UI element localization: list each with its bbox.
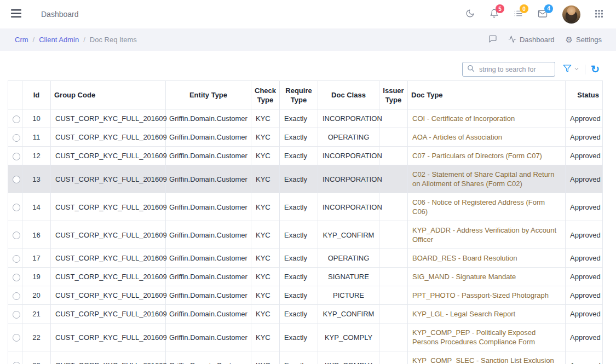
- cell-doc_class: OPERATING: [318, 249, 379, 268]
- column-header-check_type[interactable]: Check Type: [251, 81, 280, 109]
- cell-status: Approved: [566, 109, 603, 128]
- cell-require_type: Exactly: [280, 128, 318, 147]
- row-radio[interactable]: [13, 153, 20, 160]
- breadcrumb: Crm/Client Admin/Doc Req Items: [15, 36, 137, 44]
- row-radio[interactable]: [13, 292, 20, 300]
- cell-group_code: CUST_CORP_KYC_FULL_201609: [51, 147, 166, 165]
- dark-mode-toggle[interactable]: [465, 9, 475, 20]
- chat-button[interactable]: [488, 34, 497, 45]
- tasks-button[interactable]: 0: [514, 9, 523, 20]
- notifications-button[interactable]: 5: [490, 9, 499, 20]
- row-radio[interactable]: [13, 115, 20, 123]
- main-content: ↻ IdGroup CodeEntity TypeCheck TypeRequi…: [0, 51, 616, 364]
- cell-check_type: KYC: [251, 147, 280, 165]
- cell-doc_class: INCORPORATION: [318, 193, 379, 221]
- row-select-cell: [8, 193, 22, 221]
- tasks-badge: 0: [520, 4, 528, 13]
- breadcrumb-item-client-admin[interactable]: Client Admin: [39, 36, 79, 44]
- column-header-group_code[interactable]: Group Code: [51, 81, 166, 109]
- messages-button[interactable]: 4: [538, 9, 548, 20]
- cell-check_type: KYC: [251, 128, 280, 147]
- row-radio[interactable]: [13, 204, 20, 211]
- table-row[interactable]: 23CUST_CORP_KYC_FULL_201609Griffin.Domai…: [8, 351, 603, 364]
- cell-require_type: Exactly: [280, 268, 318, 286]
- speech-bubble-icon: [488, 34, 497, 45]
- cell-group_code: CUST_CORP_KYC_FULL_201609: [51, 268, 166, 286]
- row-radio[interactable]: [13, 311, 20, 319]
- row-select-cell: [8, 249, 22, 268]
- cell-issuer_type: [379, 221, 408, 249]
- cell-id: 23: [22, 351, 51, 364]
- cell-issuer_type: [379, 286, 408, 305]
- cell-status: Approved: [566, 351, 603, 364]
- table-row[interactable]: 16CUST_CORP_KYC_FULL_201609Griffin.Domai…: [8, 221, 603, 249]
- cell-entity_type: Griffin.Domain.Customer: [166, 286, 251, 305]
- cell-doc_type: C07 - Particulars of Directors (Form C07…: [408, 147, 566, 165]
- cell-doc_type: C02 - Statement of Share Capital and Ret…: [408, 165, 566, 193]
- cell-require_type: Exactly: [280, 351, 318, 364]
- grid-toolbar: ↻: [0, 51, 616, 80]
- cell-entity_type: Griffin.Domain.Customer: [166, 221, 251, 249]
- notifications-badge: 5: [496, 4, 504, 13]
- column-header-status[interactable]: Status: [566, 81, 603, 109]
- cell-require_type: Exactly: [280, 221, 318, 249]
- column-header-doc_class[interactable]: Doc Class: [318, 81, 379, 109]
- table-row[interactable]: 13CUST_CORP_KYC_FULL_201609Griffin.Domai…: [8, 165, 603, 193]
- column-header-id[interactable]: Id: [22, 81, 51, 109]
- table-row[interactable]: 20CUST_CORP_KYC_FULL_201609Griffin.Domai…: [8, 286, 603, 305]
- column-header-doc_type[interactable]: Doc Type: [408, 81, 566, 109]
- breadcrumb-item-doc-req-items: Doc Req Items: [90, 36, 137, 44]
- row-select-cell: [8, 128, 22, 147]
- row-select-cell: [8, 323, 22, 351]
- cell-id: 17: [22, 249, 51, 268]
- apps-menu-button[interactable]: [595, 10, 603, 19]
- table-row[interactable]: 11CUST_CORP_KYC_FULL_201609Griffin.Domai…: [8, 128, 603, 147]
- refresh-button[interactable]: ↻: [591, 64, 600, 74]
- menu-toggle-button[interactable]: [11, 9, 21, 19]
- table-row[interactable]: 19CUST_CORP_KYC_FULL_201609Griffin.Domai…: [8, 268, 603, 286]
- user-avatar[interactable]: [562, 5, 580, 24]
- row-radio[interactable]: [13, 334, 20, 342]
- breadcrumb-item-crm[interactable]: Crm: [15, 36, 28, 44]
- cell-id: 16: [22, 221, 51, 249]
- row-radio[interactable]: [13, 134, 20, 142]
- row-radio[interactable]: [13, 255, 20, 263]
- column-header-issuer_type[interactable]: Issuer Type: [379, 81, 408, 109]
- cell-doc_class: OPERATING: [318, 128, 379, 147]
- table-header-row: IdGroup CodeEntity TypeCheck TypeRequire…: [8, 81, 603, 109]
- table-row[interactable]: 21CUST_CORP_KYC_FULL_201609Griffin.Domai…: [8, 305, 603, 323]
- grid-container: IdGroup CodeEntity TypeCheck TypeRequire…: [0, 80, 616, 364]
- quick-search-input[interactable]: [478, 65, 550, 74]
- table-row[interactable]: 22CUST_CORP_KYC_FULL_201609Griffin.Domai…: [8, 323, 603, 351]
- row-radio[interactable]: [13, 274, 20, 281]
- table-row[interactable]: 10CUST_CORP_KYC_FULL_201609Griffin.Domai…: [8, 109, 603, 128]
- cell-entity_type: Griffin.Domain.Customer: [166, 193, 251, 221]
- cell-entity_type: Griffin.Domain.Customer: [166, 109, 251, 128]
- row-select-cell: [8, 268, 22, 286]
- cell-id: 19: [22, 268, 51, 286]
- cell-check_type: KYC: [251, 193, 280, 221]
- cell-doc_class: KYP_COMPLY: [318, 351, 379, 364]
- cell-status: Approved: [566, 165, 603, 193]
- row-radio[interactable]: [13, 362, 20, 364]
- table-row[interactable]: 17CUST_CORP_KYC_FULL_201609Griffin.Domai…: [8, 249, 603, 268]
- cell-issuer_type: [379, 147, 408, 165]
- cell-check_type: KYC: [251, 323, 280, 351]
- settings-link[interactable]: ⚙ Settings: [566, 36, 602, 44]
- cell-doc_type: BOARD_RES - Board Resolution: [408, 249, 566, 268]
- table-row[interactable]: 14CUST_CORP_KYC_FULL_201609Griffin.Domai…: [8, 193, 603, 221]
- table-row[interactable]: 12CUST_CORP_KYC_FULL_201609Griffin.Domai…: [8, 147, 603, 165]
- cell-check_type: KYC: [251, 305, 280, 323]
- column-header-require_type[interactable]: Require Type: [280, 81, 318, 109]
- cell-require_type: Exactly: [280, 305, 318, 323]
- column-header-entity_type[interactable]: Entity Type: [166, 81, 251, 109]
- cell-group_code: CUST_CORP_KYC_FULL_201609: [51, 221, 166, 249]
- cell-id: 11: [22, 128, 51, 147]
- row-radio[interactable]: [13, 232, 20, 239]
- cell-check_type: KYC: [251, 286, 280, 305]
- filter-dropdown-button[interactable]: [563, 64, 579, 74]
- dashboard-link[interactable]: Dashboard: [508, 35, 555, 45]
- row-radio[interactable]: [13, 176, 20, 183]
- cell-issuer_type: [379, 323, 408, 351]
- cell-doc_type: C06 - Notice of Registered Address (Form…: [408, 193, 566, 221]
